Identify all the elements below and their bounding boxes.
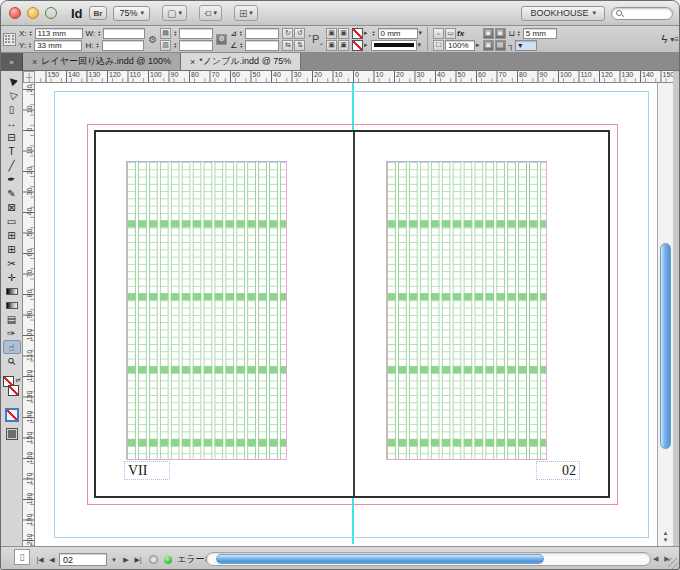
y-stepper[interactable]: ▴▾ [27, 42, 33, 48]
swap-fill-stroke-icon[interactable]: ⇄ [15, 376, 20, 383]
horizontal-scrollbar[interactable] [206, 552, 651, 566]
text-wrap-jump-button[interactable]: ▣ [338, 40, 349, 51]
gap-tool[interactable]: ↔ [3, 116, 21, 130]
next-page-button[interactable]: ▶ [121, 553, 131, 566]
h-field[interactable] [102, 40, 144, 51]
right-page-number-frame[interactable]: 02 [536, 461, 580, 480]
prev-page-button[interactable]: ◀ [47, 553, 57, 566]
arrange-documents-button[interactable]: ⊞ ▾ [234, 5, 258, 21]
eyedropper-tool[interactable]: ✑ [3, 326, 21, 340]
hand-tool[interactable]: ☝ [3, 340, 21, 354]
vertical-scrollbar[interactable]: ▲▼ [657, 83, 673, 546]
type-tool[interactable]: T [3, 144, 21, 158]
horizontal-ruler[interactable]: 1501401301201101009080706050403020100102… [35, 71, 673, 83]
w-stepper[interactable]: ▴▾ [96, 30, 102, 36]
pencil-tool[interactable]: ✎ [3, 186, 21, 200]
fill-swatch-none[interactable] [352, 28, 363, 39]
scale-x-field[interactable] [179, 28, 213, 39]
window-resize-grip[interactable] [668, 558, 680, 570]
constrain-scale-button[interactable]: ⚙ [216, 34, 227, 45]
ruler-origin-box[interactable]: ┼ [23, 71, 35, 83]
panel-menu-icon[interactable]: ▾≡ [670, 35, 679, 44]
page-list-dropdown-icon[interactable]: ▾ [109, 553, 119, 566]
rectangle-frame-tool[interactable]: ⊠ [3, 200, 21, 214]
minimize-window-button[interactable] [27, 7, 39, 19]
stroke-weight-field[interactable]: 0 mm [378, 28, 418, 39]
horizontal-grid-tool[interactable]: ⊞ [3, 228, 21, 242]
drop-shadow-button[interactable]: ▭ [445, 28, 456, 39]
vertical-scrollbar-arrows[interactable]: ▲▼ [659, 530, 672, 544]
document-tab-0[interactable]: ×レイヤー回り込み.indd @ 100% [23, 53, 181, 70]
stroke-dropdown-icon[interactable]: ▸ [364, 41, 368, 49]
shear-angle-field[interactable] [245, 40, 279, 51]
zoom-tool[interactable]: ⚲ [3, 354, 21, 368]
preflight-icon[interactable] [149, 555, 158, 564]
note-tool[interactable]: ▤ [3, 312, 21, 326]
first-page-button[interactable]: |◀ [35, 553, 45, 566]
close-window-button[interactable] [9, 7, 21, 19]
corner-radius-stepper[interactable]: ▴▾ [516, 30, 522, 36]
stroke-swatch[interactable] [8, 385, 19, 396]
horizontal-scrollbar-thumb[interactable] [216, 554, 544, 564]
workspace-switcher[interactable]: BOOKHOUSE ▾ [521, 6, 605, 21]
stroke-weight-stepper[interactable]: ▴▾ [371, 30, 377, 36]
vertical-scrollbar-thumb[interactable] [660, 243, 671, 449]
text-wrap-bounding-box-button[interactable]: ▣ [338, 28, 349, 39]
effects-icon[interactable]: ▫ [433, 28, 444, 39]
vertical-ruler[interactable]: 2010010203040506070809010011012013014015… [23, 83, 35, 546]
y-field[interactable]: 33 mm [34, 40, 82, 51]
page-number-field[interactable]: 02 [59, 553, 107, 566]
stroke-type-dropdown[interactable] [371, 40, 417, 51]
rectangle-tool[interactable]: ▭ [3, 214, 21, 228]
text-wrap-object-button[interactable]: ▣ [326, 40, 337, 51]
x-field[interactable]: 113 mm [35, 28, 83, 39]
last-page-button[interactable]: ▶| [133, 553, 143, 566]
object-style-button-4[interactable]: ▤ [495, 40, 506, 51]
object-style-button-1[interactable]: ▣ [483, 28, 494, 39]
tools-panel-header[interactable]: » [1, 53, 23, 71]
gradient-swatch-tool[interactable] [3, 284, 21, 298]
maximize-window-button[interactable] [45, 7, 57, 19]
x-stepper[interactable]: ▴▾ [28, 30, 34, 36]
selection-tool[interactable]: ▶ [3, 74, 21, 88]
apply-none-button[interactable] [5, 408, 19, 422]
fill-dropdown-icon[interactable]: ▸ [364, 29, 368, 37]
object-style-button-2[interactable]: ▣ [495, 28, 506, 39]
rotate-ccw-button[interactable]: ↺ [294, 28, 305, 39]
bridge-button[interactable]: Br [89, 6, 108, 20]
quick-apply-icon[interactable]: ϟ [661, 33, 667, 45]
opacity-field[interactable]: 100% [445, 40, 475, 51]
tab-close-icon[interactable]: × [32, 57, 37, 67]
document-tab-1[interactable]: ×*ノンブル.indd @ 75% [181, 53, 301, 70]
gradient-feather-tool[interactable] [3, 298, 21, 312]
canvas[interactable]: VII 02 [35, 83, 657, 546]
fx-icon[interactable]: fx [457, 29, 464, 38]
constrain-dimensions-icon[interactable]: ⚙ [148, 34, 157, 45]
line-tool[interactable]: ╱ [3, 158, 21, 172]
content-collector-tool[interactable]: ⊟ [3, 130, 21, 144]
rotate-cw-button[interactable]: ↻ [282, 28, 293, 39]
scale-x-stepper[interactable]: ▴▾ [172, 30, 178, 36]
flip-vertical-button[interactable]: ⇅ [294, 40, 305, 51]
view-options-button[interactable]: ▢ ▾ [162, 5, 187, 21]
normal-screen-mode-button[interactable] [6, 428, 18, 440]
select-container-icon[interactable]: ˹P˼ [308, 33, 323, 45]
scale-y-field[interactable] [179, 40, 213, 51]
page-tool[interactable]: ▯ [3, 102, 21, 116]
h-stepper[interactable]: ▴▾ [95, 42, 101, 48]
vertical-grid-tool[interactable]: ⊞ [3, 242, 21, 256]
scale-y-stepper[interactable]: ▴▾ [172, 42, 178, 48]
text-wrap-none-button[interactable]: ▣ [326, 28, 337, 39]
scissors-tool[interactable]: ✂ [3, 256, 21, 270]
object-style-button-3[interactable]: ▣ [483, 40, 494, 51]
rotation-angle-field[interactable] [245, 28, 279, 39]
w-field[interactable] [103, 28, 145, 39]
page-spread[interactable]: VII 02 [94, 130, 610, 498]
zoom-level-dropdown[interactable]: 75% ▾ [113, 6, 150, 21]
frame-grid-left[interactable] [126, 161, 287, 460]
rotation-stepper[interactable]: ▴▾ [238, 30, 244, 36]
direct-selection-tool[interactable]: ▷ [3, 88, 21, 102]
pen-tool[interactable]: ✒ [3, 172, 21, 186]
corner-radius-field[interactable]: 5 mm [523, 28, 557, 39]
screen-mode-button[interactable]: ⟤ ▾ [199, 5, 222, 21]
